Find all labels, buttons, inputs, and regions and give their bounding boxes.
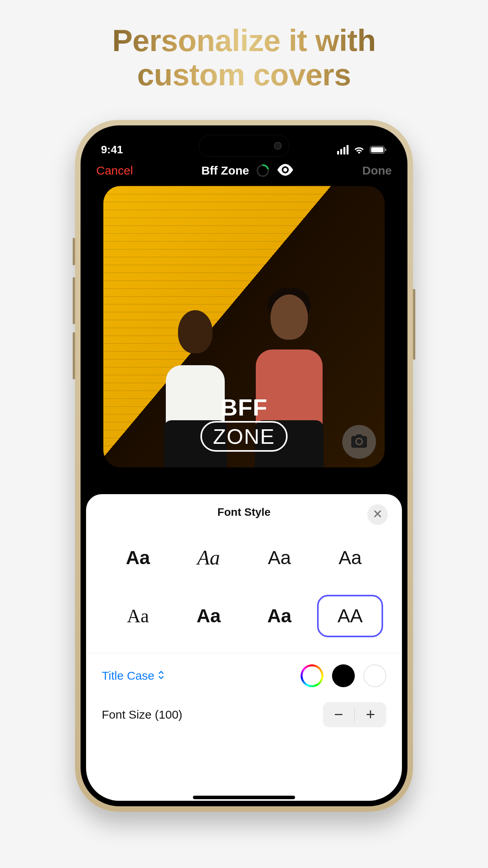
phone-device: 9:41 Cancel Bff Zone (75, 120, 413, 812)
promo-line-2: custom covers (137, 57, 351, 92)
font-option[interactable]: Aa (246, 595, 312, 637)
promo-headline: Personalize it with custom covers (112, 24, 376, 92)
header-center: Bff Zone (201, 164, 294, 177)
font-option[interactable]: Aa (176, 537, 242, 579)
status-time: 9:41 (101, 143, 123, 156)
status-indicators (337, 145, 387, 154)
font-option[interactable]: Aa (246, 537, 312, 579)
font-size-label: Font Size (100) (102, 708, 182, 721)
font-style-sheet: Font Style Aa Aa Aa Aa Aa Aa Aa AA (86, 494, 402, 801)
sheet-header: Font Style (100, 506, 388, 526)
font-option[interactable]: Aa (176, 595, 242, 637)
font-option[interactable]: Aa (105, 537, 171, 579)
change-photo-button[interactable] (342, 425, 376, 459)
color-swatch-white[interactable] (363, 664, 386, 687)
cover-title-line2: ZONE (200, 421, 288, 452)
battery-icon (370, 145, 387, 154)
camera-icon (351, 434, 367, 449)
app-header: Cancel Bff Zone Done (81, 161, 407, 186)
color-swatch-black[interactable] (332, 664, 355, 687)
cover-area: BFF ZONE (81, 186, 407, 467)
promo-line-1: Personalize it with (112, 23, 376, 58)
plus-icon: + (366, 706, 375, 723)
phone-screen: 9:41 Cancel Bff Zone (81, 125, 407, 806)
font-size-stepper: − + (323, 702, 386, 727)
svg-point-4 (283, 168, 287, 172)
wifi-icon (353, 145, 365, 154)
title-case-button[interactable]: Title Case (102, 669, 165, 682)
font-option-selected[interactable]: AA (317, 595, 383, 637)
preview-eye-icon[interactable] (277, 164, 294, 177)
close-icon (373, 509, 382, 520)
cover-title-line1: BFF (200, 396, 288, 419)
page-title: Bff Zone (201, 164, 249, 177)
font-option[interactable]: Aa (317, 537, 383, 579)
phone-frame: 9:41 Cancel Bff Zone (75, 120, 413, 812)
progress-ring-icon (256, 164, 270, 177)
svg-rect-2 (385, 149, 386, 151)
color-swatches (301, 664, 386, 687)
case-and-color-row: Title Case (100, 653, 388, 698)
font-option[interactable]: Aa (105, 595, 171, 637)
updown-chevron-icon (158, 669, 165, 682)
phone-side-button (413, 289, 415, 360)
font-size-row: Font Size (100) − + (100, 698, 388, 738)
title-case-label: Title Case (102, 669, 154, 682)
cellular-signal-icon (337, 145, 349, 154)
decrease-size-button[interactable]: − (323, 702, 354, 727)
done-button[interactable]: Done (362, 164, 392, 177)
svg-rect-1 (371, 147, 383, 152)
color-picker-button[interactable] (301, 664, 323, 687)
cover-title: BFF ZONE (200, 396, 288, 452)
minus-icon: − (334, 706, 343, 723)
close-sheet-button[interactable] (367, 504, 388, 525)
font-options-grid: Aa Aa Aa Aa Aa Aa Aa AA (100, 526, 388, 653)
cancel-button[interactable]: Cancel (96, 164, 133, 177)
increase-size-button[interactable]: + (355, 702, 386, 727)
dynamic-island (199, 135, 289, 157)
sheet-title: Font Style (217, 506, 270, 519)
cover-image[interactable]: BFF ZONE (103, 186, 385, 467)
home-indicator[interactable] (193, 796, 295, 799)
